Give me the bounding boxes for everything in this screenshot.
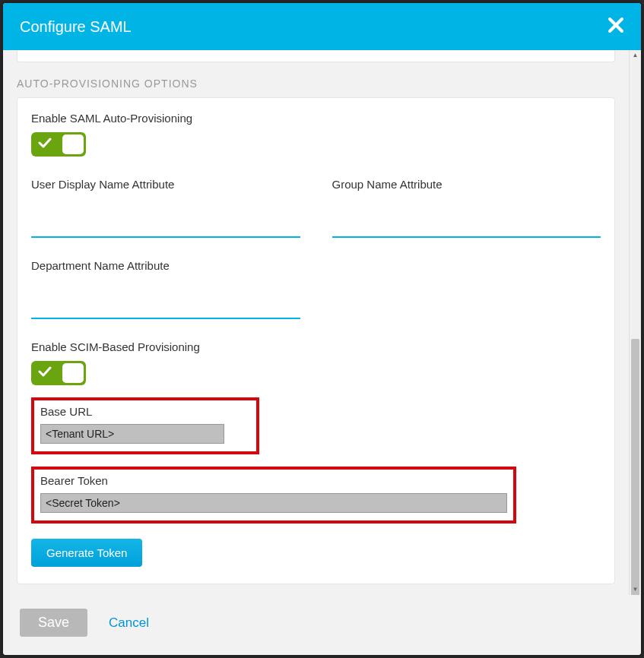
group-name-attr-label: Group Name Attribute [332,178,601,191]
enable-saml-label: Enable SAML Auto-Provisioning [31,112,601,125]
cancel-button[interactable]: Cancel [109,615,149,631]
modal-header: Configure SAML [3,3,641,50]
base-url-callout: Base URL [31,397,259,454]
check-icon [38,366,52,380]
toggle-knob [62,363,84,383]
scroll-down-icon[interactable]: ▼ [630,584,641,595]
close-icon[interactable] [608,17,624,36]
check-icon [38,138,52,151]
bearer-token-callout: Bearer Token [31,467,516,524]
auto-provisioning-card: Enable SAML Auto-Provisioning User Displ… [17,97,615,584]
bearer-token-input[interactable] [40,493,507,513]
scroll-up-icon[interactable]: ▲ [630,50,641,61]
scrollbar-thumb[interactable] [631,339,639,595]
modal-body: AUTO-PROVISIONING OPTIONS Enable SAML Au… [3,50,629,595]
toggle-knob [62,134,84,154]
base-url-input[interactable] [40,424,224,444]
user-display-name-label: User Display Name Attribute [31,178,300,191]
group-name-attr-input[interactable] [332,217,601,238]
previous-section-tail [17,50,615,62]
base-url-label: Base URL [40,405,250,418]
modal-footer: Save Cancel [3,595,641,655]
configure-saml-modal: Configure SAML AUTO-PROVISIONING OPTIONS… [3,3,641,655]
bearer-token-label: Bearer Token [40,474,507,487]
modal-body-wrap: AUTO-PROVISIONING OPTIONS Enable SAML Au… [3,50,641,595]
save-button[interactable]: Save [20,609,87,637]
user-display-name-input[interactable] [31,217,300,238]
scrollbar[interactable]: ▲ ▼ [629,50,641,595]
section-heading: AUTO-PROVISIONING OPTIONS [17,78,615,90]
enable-scim-toggle[interactable] [31,361,86,385]
department-name-attr-input[interactable] [31,298,300,319]
modal-title: Configure SAML [20,18,132,36]
enable-scim-label: Enable SCIM-Based Provisioning [31,340,601,353]
enable-saml-toggle[interactable] [31,132,86,157]
generate-token-button[interactable]: Generate Token [31,539,142,567]
department-name-attr-label: Department Name Attribute [31,259,300,272]
